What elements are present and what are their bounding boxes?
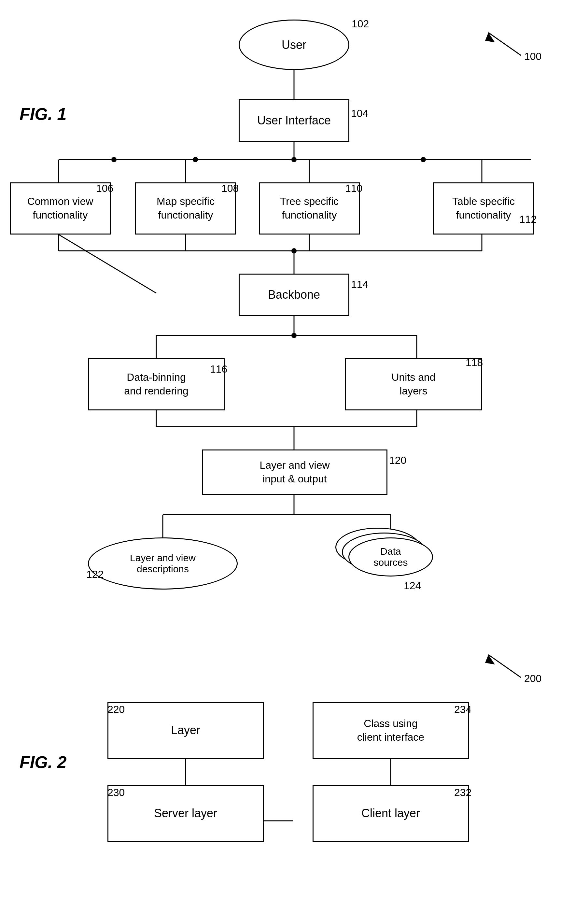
svg-point-23	[291, 333, 297, 338]
svg-point-16	[291, 248, 297, 254]
ref-100: 100	[524, 50, 541, 63]
server-layer-node: Server layer	[107, 785, 264, 842]
ref-118: 118	[465, 357, 483, 369]
ref-220: 220	[107, 703, 125, 716]
svg-line-39	[488, 655, 521, 678]
layer-view-io-node: Layer and viewinput & output	[202, 450, 388, 495]
svg-point-4	[193, 157, 198, 162]
class-client-node: Class usingclient interface	[313, 702, 469, 759]
svg-point-5	[291, 157, 297, 162]
ref-112: 112	[519, 213, 536, 225]
ref-102: 102	[352, 18, 369, 30]
ref-116: 116	[210, 363, 227, 375]
ref-124: 124	[404, 580, 421, 592]
client-layer-node: Client layer	[313, 785, 469, 842]
data-sources-front: Datasources	[348, 537, 433, 577]
svg-marker-38	[485, 32, 495, 42]
ref-110: 110	[345, 183, 362, 194]
ref-200: 200	[524, 673, 541, 685]
map-specific-node: Map specificfunctionality	[135, 183, 236, 234]
diagram-container: FIG. 1 User 102 100 User Interface 104 C…	[0, 0, 588, 912]
user-interface-node: User Interface	[239, 99, 349, 142]
fig2-label: FIG. 2	[19, 752, 66, 772]
svg-point-6	[421, 157, 426, 162]
ref-108: 108	[221, 183, 239, 194]
ref-104: 104	[351, 107, 368, 120]
ref-106: 106	[96, 183, 113, 194]
units-layers-node: Units andlayers	[345, 358, 482, 411]
user-node: User	[239, 19, 349, 70]
svg-line-33	[58, 234, 156, 293]
data-binning-node: Data-binningand rendering	[88, 358, 225, 411]
table-specific-node: Table specificfunctionality	[433, 183, 534, 234]
ref-232: 232	[454, 787, 472, 799]
svg-line-37	[488, 32, 521, 55]
fig1-label: FIG. 1	[19, 104, 66, 124]
ref-230: 230	[107, 787, 125, 799]
svg-marker-40	[485, 655, 495, 665]
layer-view-desc-node: Layer and viewdescriptions	[88, 537, 237, 590]
common-view-node: Common viewfunctionality	[10, 183, 111, 234]
layer-node: Layer	[107, 702, 264, 759]
svg-point-3	[111, 157, 116, 162]
ref-114: 114	[351, 278, 368, 291]
ref-234: 234	[454, 703, 472, 716]
ref-120: 120	[389, 454, 406, 466]
tree-specific-node: Tree specificfunctionality	[259, 183, 360, 234]
backbone-node: Backbone	[239, 273, 349, 316]
ref-122: 122	[86, 568, 103, 581]
